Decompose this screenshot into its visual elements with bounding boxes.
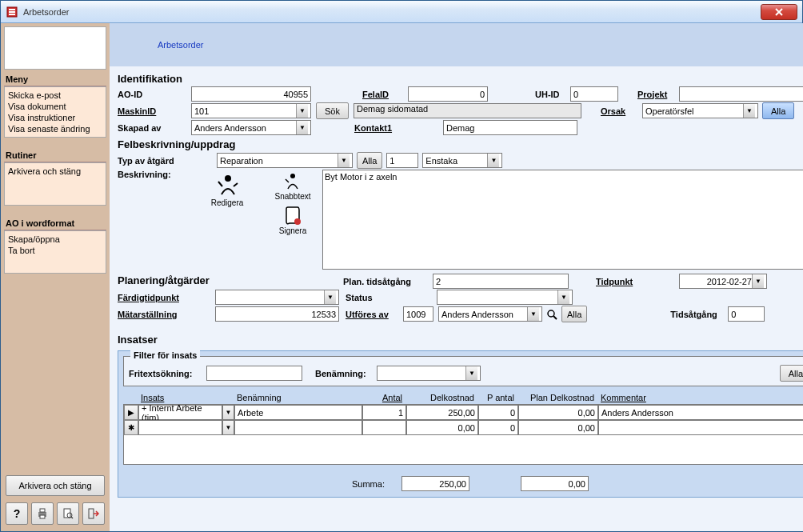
utfores-alla-button[interactable]: Alla — [561, 306, 587, 322]
beskrivning-textarea[interactable]: Byt Motor i z axeln — [322, 170, 803, 270]
snabbtext-button[interactable]: Snabbtext — [273, 170, 312, 202]
menu-box: Skicka e-post Visa dokument Visa instruk… — [4, 86, 106, 138]
filter-alla-button[interactable]: Alla — [780, 365, 803, 382]
orsak-combo[interactable]: Operatörsfel▼ — [642, 103, 758, 118]
row-selector[interactable]: ▶ — [124, 405, 138, 420]
chevron-down-icon[interactable]: ▼ — [465, 366, 477, 380]
col-delkostnad: Delkostnad — [405, 391, 477, 404]
tidsatgang-label: Tidsåtgång — [670, 310, 726, 319]
tidsatgang-field[interactable] — [728, 306, 765, 322]
chevron-down-icon[interactable]: ▼ — [338, 154, 350, 167]
menu-show-last-change[interactable]: Visa senaste ändring — [8, 123, 102, 134]
table-row[interactable]: ▶ + Internt Arbete (tim) ▼ Arbete 1 250,… — [124, 405, 803, 420]
help-button[interactable]: ? — [6, 502, 28, 525]
exit-icon — [87, 507, 100, 520]
tidpunkt-label[interactable]: Tidpunkt — [596, 277, 644, 286]
svg-point-13 — [225, 175, 231, 182]
benamning-filter-combo[interactable]: ▼ — [377, 366, 481, 381]
section-felbeskrivning: Felbeskrivning/uppdrag — [118, 138, 803, 150]
print-button[interactable] — [31, 502, 54, 525]
maskin-desc: Demag sidomatad — [354, 103, 581, 118]
col-antal[interactable]: Antal — [362, 391, 405, 404]
archive-close-button[interactable]: Arkivera och stäng — [6, 475, 105, 496]
svg-line-20 — [553, 316, 557, 319]
typ-label: Typ av åtgärd — [118, 156, 190, 166]
word-create-open[interactable]: Skapa/öppna — [8, 234, 102, 245]
rutiner-archive-close[interactable]: Arkivera och stäng — [8, 166, 102, 177]
redigera-button[interactable]: Redigera — [208, 170, 247, 210]
matar-field[interactable] — [215, 306, 339, 322]
col-kommentar[interactable]: Kommentar — [597, 391, 733, 404]
svg-line-15 — [234, 183, 238, 186]
col-benamning: Benämning — [234, 391, 362, 404]
plantid-field[interactable] — [433, 274, 569, 289]
sidebar-word-label: AO i wordformat — [4, 214, 106, 230]
menu-send-email[interactable]: Skicka e-post — [8, 90, 102, 101]
svg-point-19 — [548, 310, 554, 317]
felaid-field[interactable] — [408, 86, 488, 102]
typ-alla-button[interactable]: Alla — [357, 152, 382, 169]
fritext-field[interactable] — [206, 366, 302, 381]
filter-box: Filter för insats Fritextsökning: Benämn… — [123, 356, 803, 386]
skapad-combo[interactable]: Anders Andersson▼ — [191, 120, 311, 135]
sidebar: Meny Skicka e-post Visa dokument Visa in… — [1, 23, 110, 531]
new-row-marker[interactable]: ✱ — [124, 420, 138, 435]
close-button[interactable] — [761, 4, 797, 20]
typ-freq-combo[interactable]: Enstaka▼ — [422, 153, 502, 168]
search-person-button[interactable] — [544, 308, 560, 321]
chevron-down-icon[interactable]: ▼ — [296, 104, 308, 118]
kontakt-field[interactable] — [443, 120, 577, 135]
chevron-down-icon[interactable]: ▼ — [527, 307, 539, 321]
orsak-label[interactable]: Orsak — [601, 106, 641, 116]
word-delete[interactable]: Ta bort — [8, 245, 102, 256]
preview-button[interactable] — [57, 502, 79, 525]
exit-button[interactable] — [82, 502, 105, 525]
svg-rect-3 — [9, 14, 15, 15]
menu-show-document[interactable]: Visa dokument — [8, 101, 102, 112]
maskinid-combo[interactable]: 101▼ — [191, 103, 311, 118]
svg-point-18 — [294, 218, 301, 225]
projekt-label[interactable]: Projekt — [637, 90, 677, 99]
projekt-combo[interactable]: ▼ — [679, 86, 803, 102]
chevron-down-icon[interactable]: ▼ — [752, 274, 764, 288]
aoid-field[interactable] — [191, 86, 311, 102]
chevron-down-icon[interactable]: ▼ — [743, 104, 755, 118]
menu-show-instructions[interactable]: Visa instruktioner — [8, 112, 102, 123]
help-icon: ? — [14, 507, 21, 520]
chevron-down-icon[interactable]: ▼ — [557, 290, 569, 304]
typ-num-field[interactable] — [386, 153, 418, 168]
matar-label[interactable]: Mätarställning — [118, 310, 214, 319]
signera-button[interactable]: Signera — [278, 204, 308, 237]
fardig-label[interactable]: Färdigtidpunkt — [118, 293, 214, 302]
sok-button[interactable]: Sök — [316, 102, 349, 119]
typ-combo[interactable]: Reparation▼ — [217, 153, 353, 168]
kontakt-label[interactable]: Kontakt1 — [354, 123, 398, 133]
sidebar-menu-label: Meny — [4, 70, 106, 86]
titlebar: Arbetsorder — [1, 1, 802, 23]
chevron-down-icon[interactable]: ▼ — [296, 121, 308, 134]
skapad-label: Skapad av — [118, 123, 190, 133]
utfores-name-combo[interactable]: Anders Andersson▼ — [438, 306, 542, 322]
chevron-down-icon[interactable]: ▼ — [222, 405, 234, 420]
fardig-combo[interactable]: ▼ — [215, 290, 339, 305]
uhid-field[interactable] — [570, 86, 618, 102]
maskinid-label[interactable]: MaskinID — [118, 106, 190, 116]
chevron-down-icon[interactable]: ▼ — [222, 420, 234, 435]
svg-rect-1 — [9, 9, 15, 10]
utfores-label[interactable]: Utföres av — [346, 310, 402, 319]
beskrivning-label: Beskrivning: — [118, 170, 190, 179]
window-title: Arbetsorder — [23, 7, 761, 17]
status-combo[interactable]: ▼ — [437, 290, 573, 305]
utfores-id-field[interactable] — [403, 306, 433, 322]
tidpunkt-combo[interactable]: 2012-02-27▼ — [679, 274, 767, 289]
banner: Arbetsorder — [110, 23, 803, 66]
orsak-alla-button[interactable]: Alla — [762, 102, 794, 119]
sign-icon — [280, 206, 306, 226]
chevron-down-icon[interactable]: ▼ — [324, 290, 336, 304]
chevron-down-icon[interactable]: ▼ — [487, 154, 499, 167]
grid-header: Insats Benämning Antal Delkostnad P anta… — [123, 391, 803, 404]
preview-icon — [62, 507, 74, 520]
felaid-label[interactable]: FelaID — [362, 90, 406, 99]
logo-placeholder — [4, 26, 106, 70]
table-row[interactable]: ✱ ▼ 0,00 0 0,00 — [124, 420, 803, 435]
